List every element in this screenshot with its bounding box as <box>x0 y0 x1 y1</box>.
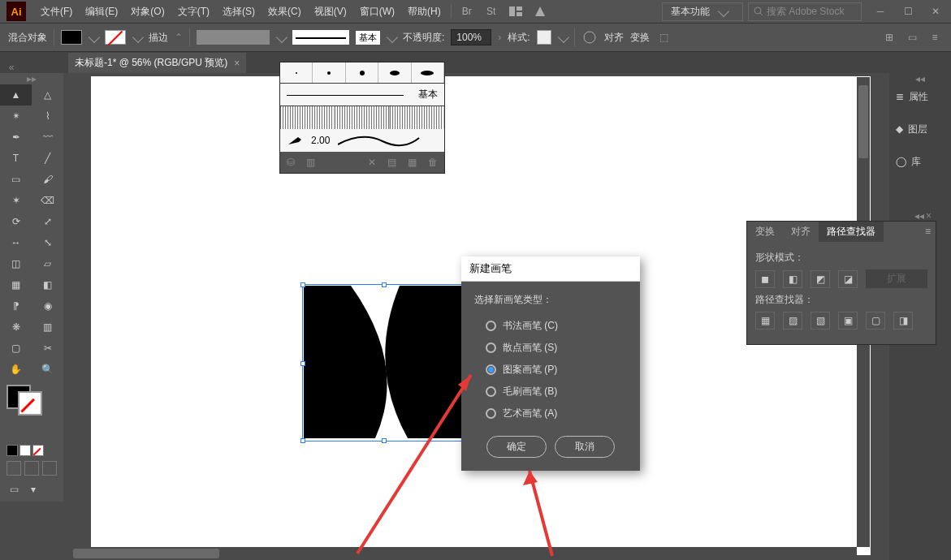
library-icon[interactable]: ⛁ <box>287 157 295 168</box>
collapse-icon[interactable]: ◂◂ <box>914 210 921 217</box>
style-swatch[interactable] <box>537 30 551 45</box>
scale-icon[interactable]: ⤢ <box>32 211 63 232</box>
brush-pattern-row[interactable] <box>280 106 444 129</box>
bridge-icon[interactable]: Br <box>457 2 477 21</box>
eyedropper-icon[interactable]: ⁋ <box>0 295 32 317</box>
horizontal-scrollbar[interactable] <box>65 547 857 560</box>
outline-icon[interactable]: ▢ <box>866 312 885 330</box>
eraser-icon[interactable]: ⌫ <box>32 190 63 211</box>
gpu-icon[interactable] <box>530 2 550 21</box>
dock-item-属性[interactable]: ≣属性 <box>889 84 951 109</box>
gradient-icon[interactable]: ◧ <box>32 274 63 295</box>
line-icon[interactable]: ╱ <box>32 148 63 169</box>
brush-type-option-2[interactable]: 图案画笔 (P) <box>474 359 627 381</box>
opacity-input[interactable] <box>451 29 491 45</box>
shape-builder-icon[interactable]: ◫ <box>0 253 32 274</box>
trash-icon[interactable]: 🗑 <box>428 157 438 168</box>
graph-icon[interactable]: ▥ <box>32 317 63 338</box>
type-icon[interactable]: T <box>0 148 32 169</box>
magic-wand-icon[interactable]: ✴ <box>0 106 32 127</box>
artboard-icon[interactable]: ▢ <box>0 338 32 359</box>
brush-basic[interactable]: 基本 <box>280 84 444 106</box>
menu-o[interactable]: 对象(O) <box>124 5 171 19</box>
recolor-icon[interactable] <box>581 29 598 45</box>
collapse-tools[interactable]: ▸▸ <box>0 73 63 84</box>
zoom-icon[interactable]: 🔍 <box>32 359 63 380</box>
symbol-spray-icon[interactable]: ❋ <box>0 317 32 338</box>
width-icon[interactable]: ↔ <box>0 232 32 253</box>
arrange-docs-icon[interactable] <box>506 2 525 21</box>
menu-e[interactable]: 编辑(E) <box>79 5 124 19</box>
trim-icon[interactable]: ▨ <box>783 312 802 330</box>
exclude-icon[interactable]: ◪ <box>838 270 858 288</box>
close-button[interactable]: ✕ <box>927 4 945 19</box>
pen-icon[interactable]: ✒ <box>0 127 32 148</box>
brush-type-option-4[interactable]: 艺术画笔 (A) <box>474 403 627 424</box>
none-mode-icon[interactable] <box>32 445 44 456</box>
menu-v[interactable]: 视图(V) <box>308 5 353 19</box>
expand-dock[interactable]: ◂◂ <box>889 73 951 84</box>
perspective-icon[interactable]: ▱ <box>32 253 63 274</box>
isolate-icon[interactable]: ⬚ <box>656 29 672 45</box>
cancel-button[interactable]: 取消 <box>555 436 615 458</box>
brush-thumbs-row[interactable] <box>280 62 444 84</box>
menu-f[interactable]: 文件(F) <box>34 5 79 19</box>
ok-button[interactable]: 确定 <box>486 436 547 458</box>
minus-front-icon[interactable]: ◧ <box>783 270 802 288</box>
pf-tab-2[interactable]: 路径查找器 <box>819 222 884 242</box>
merge-icon[interactable]: ▧ <box>811 312 830 330</box>
free-transform-icon[interactable]: ⤡ <box>32 232 63 253</box>
change-screen-icon[interactable]: ▾ <box>26 484 41 498</box>
gradient-mode-icon[interactable] <box>19 445 31 456</box>
grid-icon[interactable]: ⊞ <box>881 29 897 45</box>
brush-icon[interactable]: 🖌 <box>32 169 63 190</box>
stroke-profile[interactable] <box>197 30 270 45</box>
panel-menu-icon[interactable]: ≡ <box>920 226 936 237</box>
rotate-icon[interactable]: ⟳ <box>0 211 32 232</box>
direct-selection-icon[interactable]: △ <box>32 84 63 106</box>
panel-menu-icon[interactable]: ≡ <box>927 29 943 45</box>
color-mode-icon[interactable] <box>6 445 18 456</box>
hand-icon[interactable]: ✋ <box>0 359 32 380</box>
stroke-color[interactable] <box>18 391 42 416</box>
brush-type-option-1[interactable]: 散点画笔 (S) <box>474 337 627 359</box>
draw-inside-icon[interactable] <box>42 461 57 476</box>
brush-type-option-0[interactable]: 书法画笔 (C) <box>474 315 627 337</box>
menu-w[interactable]: 窗口(W) <box>353 5 401 19</box>
close-icon[interactable]: × <box>926 210 932 217</box>
menu-s[interactable]: 选择(S) <box>216 5 262 19</box>
transform-label[interactable]: 变换 <box>630 31 650 45</box>
search-input[interactable]: 搜索 Adobe Stock <box>748 2 862 21</box>
menu-h[interactable]: 帮助(H) <box>401 5 447 19</box>
workspace-switcher[interactable]: 基本功能 <box>662 2 743 21</box>
divide-icon[interactable]: ▦ <box>755 312 775 330</box>
tab-scroll-left[interactable]: « <box>3 62 19 73</box>
dock-item-库[interactable]: ◯库 <box>889 149 951 174</box>
new-brush-icon[interactable]: ▦ <box>408 157 417 168</box>
libraries-menu-icon[interactable]: ▥ <box>306 157 315 168</box>
pf-tab-0[interactable]: 变换 <box>747 222 783 242</box>
draw-normal-icon[interactable] <box>6 461 21 476</box>
remove-stroke-icon[interactable]: ✕ <box>368 157 376 168</box>
shaper-icon[interactable]: ✶ <box>0 190 32 211</box>
blend-icon[interactable]: ◉ <box>32 295 63 317</box>
intersect-icon[interactable]: ◩ <box>811 270 830 288</box>
lasso-icon[interactable]: ⌇ <box>32 106 63 127</box>
align-label[interactable]: 对齐 <box>604 31 624 45</box>
brush-type-option-3[interactable]: 毛刷画笔 (B) <box>474 381 627 403</box>
minus-back-icon[interactable]: ◨ <box>893 312 913 330</box>
stroke-swatch[interactable] <box>105 30 126 45</box>
menu-c[interactable]: 效果(C) <box>262 5 308 19</box>
dock-item-图层[interactable]: ◆图层 <box>889 117 951 141</box>
expand-button[interactable]: 扩展 <box>866 269 927 288</box>
stock-icon[interactable]: St <box>482 2 501 21</box>
options-icon[interactable]: ▤ <box>387 157 396 168</box>
mesh-icon[interactable]: ▦ <box>0 274 32 295</box>
screen-mode-icon[interactable]: ▭ <box>6 484 21 498</box>
unite-icon[interactable]: ◼ <box>755 270 775 288</box>
brush-def[interactable] <box>292 30 349 45</box>
menu-t[interactable]: 文字(T) <box>171 5 216 19</box>
fill-swatch[interactable] <box>61 30 82 45</box>
snap-icon[interactable]: ▭ <box>904 29 920 45</box>
minimize-button[interactable]: ─ <box>871 4 889 19</box>
